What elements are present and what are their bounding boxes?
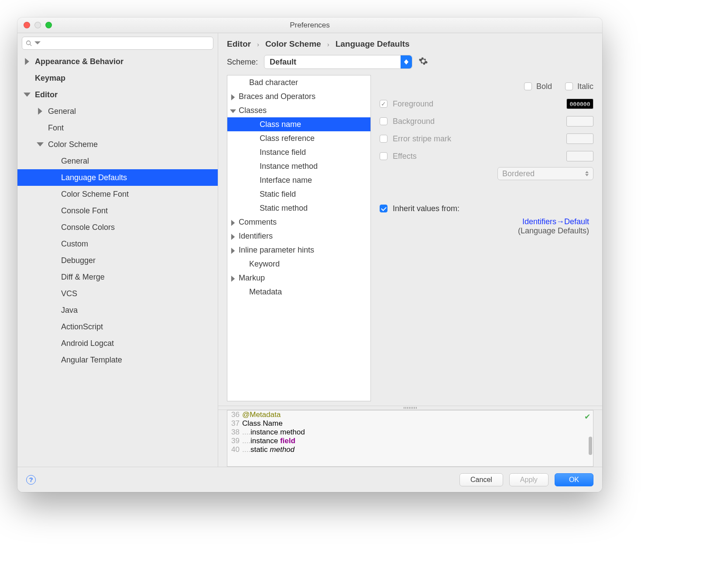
window-title: Preferences: [17, 21, 602, 30]
sidebar-item-label: ActionScript: [61, 322, 103, 332]
zoom-icon[interactable]: [45, 22, 52, 28]
foreground-swatch[interactable]: 000000: [566, 99, 593, 109]
line-number: 39: [227, 437, 242, 445]
spacer: [50, 273, 57, 280]
effects-checkbox[interactable]: [380, 152, 387, 160]
attribute-item[interactable]: Comments: [227, 215, 370, 229]
preview-line: 36@Metadata: [227, 410, 593, 419]
svg-point-0: [27, 41, 31, 45]
disclosure-down-icon: [24, 91, 31, 98]
attribute-item[interactable]: Keyword: [227, 257, 370, 271]
sidebar-item-label: VCS: [61, 289, 77, 298]
attribute-item[interactable]: Markup: [227, 271, 370, 285]
attribute-item[interactable]: Metadata: [227, 285, 370, 299]
attribute-item[interactable]: Identifiers: [227, 229, 370, 243]
attribute-item[interactable]: Static field: [227, 187, 370, 201]
splitter-grip[interactable]: [218, 406, 602, 410]
ok-button[interactable]: OK: [555, 473, 593, 486]
help-button[interactable]: ?: [26, 475, 36, 485]
scheme-label: Scheme:: [227, 58, 258, 67]
disclosure-right-icon: [230, 247, 236, 253]
sidebar-item[interactable]: General: [17, 103, 218, 120]
gear-icon[interactable]: [418, 56, 428, 68]
effects-swatch[interactable]: [566, 151, 593, 161]
spacer: [24, 75, 31, 82]
scheme-select[interactable]: Default: [264, 55, 412, 69]
crumb-editor[interactable]: Editor: [227, 39, 251, 49]
italic-checkbox[interactable]: [565, 82, 573, 90]
window-controls: [17, 22, 52, 28]
cancel-button[interactable]: Cancel: [459, 473, 503, 486]
updown-icon: [585, 171, 589, 176]
sidebar-item[interactable]: Keymap: [17, 70, 218, 86]
spacer: [50, 356, 57, 363]
sidebar-item[interactable]: Console Colors: [17, 219, 218, 236]
spacer: [50, 157, 57, 164]
attribute-item[interactable]: Instance method: [227, 159, 370, 173]
foreground-checkbox[interactable]: [380, 100, 387, 108]
sidebar-item[interactable]: Appearance & Behavior: [17, 53, 218, 70]
code-segment: instance: [250, 428, 278, 437]
disclosure-down-icon: [230, 107, 236, 113]
sidebar-item[interactable]: Angular Template: [17, 352, 218, 368]
minimize-icon[interactable]: [34, 22, 41, 28]
attribute-item[interactable]: Inline parameter hints: [227, 243, 370, 257]
sidebar-item[interactable]: Diff & Merge: [17, 269, 218, 285]
crumb-colorscheme[interactable]: Color Scheme: [265, 39, 321, 49]
attribute-item[interactable]: Class reference: [227, 131, 370, 145]
sidebar-item[interactable]: Java: [17, 302, 218, 318]
attribute-item-label: Braces and Operators: [239, 92, 315, 101]
preview-line: 40....static method: [227, 445, 593, 454]
search-input[interactable]: [22, 37, 213, 50]
errorstripe-swatch[interactable]: [566, 133, 593, 144]
sidebar-item[interactable]: Editor: [17, 86, 218, 103]
close-icon[interactable]: [24, 22, 30, 28]
sidebar-item-label: Android Logcat: [61, 339, 114, 348]
code-segment: Name: [263, 419, 282, 428]
attribute-item-label: Class name: [260, 120, 301, 129]
attribute-item[interactable]: Static method: [227, 201, 370, 215]
spacer: [240, 79, 247, 85]
background-swatch[interactable]: [566, 116, 593, 126]
inherit-link[interactable]: Identifiers→Default: [380, 217, 593, 226]
italic-label: Italic: [577, 82, 593, 91]
sidebar-item-label: Appearance & Behavior: [35, 57, 123, 66]
attribute-item[interactable]: Classes: [227, 103, 370, 117]
errorstripe-checkbox[interactable]: [380, 135, 387, 143]
attribute-item[interactable]: Braces and Operators: [227, 89, 370, 103]
inherit-checkbox[interactable]: [380, 205, 387, 212]
attribute-item[interactable]: Interface name: [227, 173, 370, 187]
bold-checkbox[interactable]: [524, 82, 532, 90]
sidebar-item[interactable]: Custom: [17, 236, 218, 252]
sidebar-item[interactable]: Debugger: [17, 252, 218, 269]
spacer: [50, 174, 57, 181]
sidebar-item-label: Console Font: [61, 206, 108, 215]
sidebar-item[interactable]: Language Defaults: [17, 169, 218, 186]
apply-button[interactable]: Apply: [509, 473, 549, 486]
sidebar-item[interactable]: Color Scheme Font: [17, 186, 218, 202]
sidebar-item[interactable]: VCS: [17, 285, 218, 302]
attribute-item[interactable]: Instance field: [227, 145, 370, 159]
chevron-right-icon: ›: [257, 41, 259, 48]
background-checkbox[interactable]: [380, 117, 387, 125]
code-segment: instance: [250, 437, 280, 445]
sidebar-item[interactable]: Font: [17, 120, 218, 136]
sidebar-item[interactable]: Console Font: [17, 202, 218, 219]
effects-type-select[interactable]: Bordered: [497, 167, 593, 180]
sidebar-item-label: Custom: [61, 239, 88, 249]
sidebar-item[interactable]: Color Scheme: [17, 136, 218, 153]
scheme-value: Default: [264, 58, 302, 67]
sidebar-item[interactable]: ActionScript: [17, 318, 218, 335]
attribute-item[interactable]: Class name: [227, 117, 370, 131]
sidebar-item[interactable]: Android Logcat: [17, 335, 218, 352]
disclosure-right-icon: [230, 93, 236, 99]
spacer: [251, 205, 257, 211]
spacer: [50, 307, 57, 314]
attribute-item[interactable]: Bad character: [227, 75, 370, 89]
spacer: [50, 290, 57, 297]
background-label: Background: [393, 117, 435, 126]
sidebar-item[interactable]: General: [17, 153, 218, 169]
scrollbar[interactable]: [589, 437, 592, 455]
style-options: Bold Italic Foreground 000000: [380, 75, 593, 401]
line-number: 36: [227, 410, 242, 419]
